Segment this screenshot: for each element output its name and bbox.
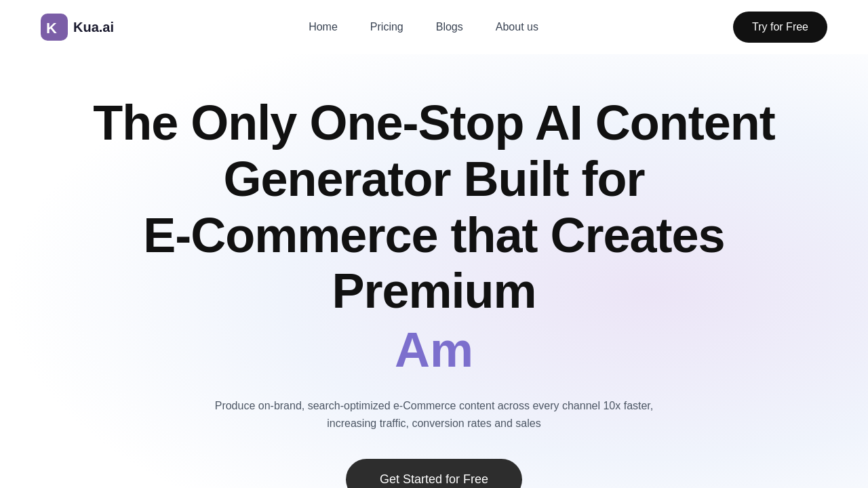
kua-logo-icon: K — [41, 14, 68, 41]
nav-link-about[interactable]: About us — [496, 21, 538, 33]
navbar: K Kua.ai Home Pricing Blogs About us Try… — [0, 0, 868, 54]
logo-text: Kua.ai — [73, 20, 114, 35]
nav-link-pricing[interactable]: Pricing — [370, 21, 403, 33]
nav-item-about[interactable]: About us — [496, 21, 538, 33]
nav-links: Home Pricing Blogs About us — [309, 21, 538, 33]
hero-title-line1: The Only One-Stop AI Content Generator B… — [93, 96, 774, 206]
nav-item-pricing[interactable]: Pricing — [370, 21, 403, 33]
hero-title-line2: E-Commerce that Creates Premium — [143, 208, 724, 319]
hero-description: Produce on-brand, search-optimized e-Com… — [197, 397, 671, 432]
try-for-free-button[interactable]: Try for Free — [733, 12, 827, 43]
cta-area: Get Started for Free No credit card requ… — [346, 459, 522, 488]
logo[interactable]: K Kua.ai — [41, 14, 114, 41]
svg-text:K: K — [46, 20, 57, 37]
nav-item-blogs[interactable]: Blogs — [436, 21, 463, 33]
hero-title: The Only One-Stop AI Content Generator B… — [61, 95, 807, 319]
get-started-button[interactable]: Get Started for Free — [346, 459, 522, 488]
nav-item-home[interactable]: Home — [309, 21, 338, 33]
hero-animated-word: Am — [395, 322, 473, 378]
nav-link-blogs[interactable]: Blogs — [436, 21, 463, 33]
nav-link-home[interactable]: Home — [309, 21, 338, 33]
hero-section: The Only One-Stop AI Content Generator B… — [0, 54, 868, 488]
